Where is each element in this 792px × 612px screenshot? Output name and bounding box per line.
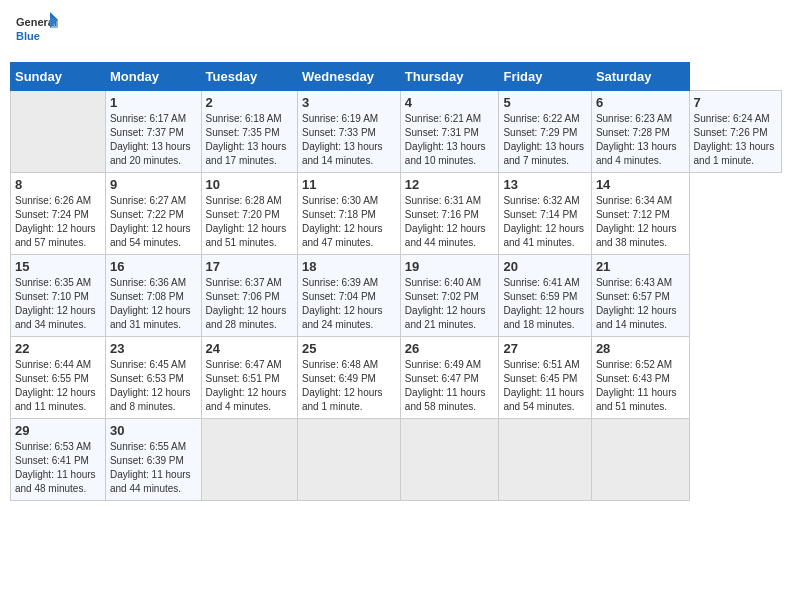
header-sunday: Sunday <box>11 63 106 91</box>
day-details: Sunrise: 6:18 AMSunset: 7:35 PMDaylight:… <box>206 112 293 168</box>
calendar-cell: 13Sunrise: 6:32 AMSunset: 7:14 PMDayligh… <box>499 173 591 255</box>
daylight-text: Daylight: 13 hours and 7 minutes. <box>503 141 584 166</box>
calendar-cell: 15Sunrise: 6:35 AMSunset: 7:10 PMDayligh… <box>11 255 106 337</box>
day-number: 8 <box>15 177 101 192</box>
daylight-text: Daylight: 11 hours and 48 minutes. <box>15 469 96 494</box>
calendar-cell: 1Sunrise: 6:17 AMSunset: 7:37 PMDaylight… <box>105 91 201 173</box>
day-details: Sunrise: 6:37 AMSunset: 7:06 PMDaylight:… <box>206 276 293 332</box>
sunset-text: Sunset: 7:20 PM <box>206 209 280 220</box>
sunrise-text: Sunrise: 6:18 AM <box>206 113 282 124</box>
daylight-text: Daylight: 12 hours and 38 minutes. <box>596 223 677 248</box>
day-number: 14 <box>596 177 685 192</box>
daylight-text: Daylight: 12 hours and 24 minutes. <box>302 305 383 330</box>
sunrise-text: Sunrise: 6:41 AM <box>503 277 579 288</box>
sunrise-text: Sunrise: 6:55 AM <box>110 441 186 452</box>
daylight-text: Daylight: 13 hours and 14 minutes. <box>302 141 383 166</box>
day-number: 1 <box>110 95 197 110</box>
sunrise-text: Sunrise: 6:30 AM <box>302 195 378 206</box>
sunset-text: Sunset: 7:26 PM <box>694 127 768 138</box>
logo: General Blue <box>14 10 58 54</box>
daylight-text: Daylight: 11 hours and 58 minutes. <box>405 387 486 412</box>
sunrise-text: Sunrise: 6:44 AM <box>15 359 91 370</box>
calendar-cell: 10Sunrise: 6:28 AMSunset: 7:20 PMDayligh… <box>201 173 297 255</box>
calendar-cell: 11Sunrise: 6:30 AMSunset: 7:18 PMDayligh… <box>298 173 401 255</box>
sunrise-text: Sunrise: 6:31 AM <box>405 195 481 206</box>
calendar-cell <box>11 91 106 173</box>
day-number: 20 <box>503 259 586 274</box>
daylight-text: Daylight: 12 hours and 47 minutes. <box>302 223 383 248</box>
calendar-cell <box>201 419 297 501</box>
sunset-text: Sunset: 7:37 PM <box>110 127 184 138</box>
sunset-text: Sunset: 6:53 PM <box>110 373 184 384</box>
day-details: Sunrise: 6:51 AMSunset: 6:45 PMDaylight:… <box>503 358 586 414</box>
calendar-cell: 14Sunrise: 6:34 AMSunset: 7:12 PMDayligh… <box>591 173 689 255</box>
sunset-text: Sunset: 6:59 PM <box>503 291 577 302</box>
day-number: 21 <box>596 259 685 274</box>
day-details: Sunrise: 6:48 AMSunset: 6:49 PMDaylight:… <box>302 358 396 414</box>
calendar-cell: 5Sunrise: 6:22 AMSunset: 7:29 PMDaylight… <box>499 91 591 173</box>
calendar-cell: 20Sunrise: 6:41 AMSunset: 6:59 PMDayligh… <box>499 255 591 337</box>
calendar-cell: 8Sunrise: 6:26 AMSunset: 7:24 PMDaylight… <box>11 173 106 255</box>
sunset-text: Sunset: 7:33 PM <box>302 127 376 138</box>
daylight-text: Daylight: 13 hours and 20 minutes. <box>110 141 191 166</box>
daylight-text: Daylight: 12 hours and 14 minutes. <box>596 305 677 330</box>
day-details: Sunrise: 6:44 AMSunset: 6:55 PMDaylight:… <box>15 358 101 414</box>
sunset-text: Sunset: 6:41 PM <box>15 455 89 466</box>
header-saturday: Saturday <box>591 63 689 91</box>
sunset-text: Sunset: 7:12 PM <box>596 209 670 220</box>
sunrise-text: Sunrise: 6:34 AM <box>596 195 672 206</box>
day-number: 12 <box>405 177 495 192</box>
sunrise-text: Sunrise: 6:28 AM <box>206 195 282 206</box>
sunset-text: Sunset: 7:18 PM <box>302 209 376 220</box>
sunrise-text: Sunrise: 6:52 AM <box>596 359 672 370</box>
sunrise-text: Sunrise: 6:19 AM <box>302 113 378 124</box>
calendar-cell: 26Sunrise: 6:49 AMSunset: 6:47 PMDayligh… <box>400 337 499 419</box>
day-number: 13 <box>503 177 586 192</box>
calendar-cell: 25Sunrise: 6:48 AMSunset: 6:49 PMDayligh… <box>298 337 401 419</box>
day-number: 28 <box>596 341 685 356</box>
sunrise-text: Sunrise: 6:21 AM <box>405 113 481 124</box>
calendar-cell: 12Sunrise: 6:31 AMSunset: 7:16 PMDayligh… <box>400 173 499 255</box>
day-number: 9 <box>110 177 197 192</box>
day-details: Sunrise: 6:43 AMSunset: 6:57 PMDaylight:… <box>596 276 685 332</box>
day-details: Sunrise: 6:26 AMSunset: 7:24 PMDaylight:… <box>15 194 101 250</box>
daylight-text: Daylight: 13 hours and 17 minutes. <box>206 141 287 166</box>
week-row-2: 8Sunrise: 6:26 AMSunset: 7:24 PMDaylight… <box>11 173 782 255</box>
day-number: 22 <box>15 341 101 356</box>
calendar-cell: 17Sunrise: 6:37 AMSunset: 7:06 PMDayligh… <box>201 255 297 337</box>
sunrise-text: Sunrise: 6:49 AM <box>405 359 481 370</box>
day-details: Sunrise: 6:17 AMSunset: 7:37 PMDaylight:… <box>110 112 197 168</box>
calendar-cell: 2Sunrise: 6:18 AMSunset: 7:35 PMDaylight… <box>201 91 297 173</box>
calendar-cell: 19Sunrise: 6:40 AMSunset: 7:02 PMDayligh… <box>400 255 499 337</box>
sunrise-text: Sunrise: 6:40 AM <box>405 277 481 288</box>
day-details: Sunrise: 6:49 AMSunset: 6:47 PMDaylight:… <box>405 358 495 414</box>
calendar-cell <box>400 419 499 501</box>
day-number: 2 <box>206 95 293 110</box>
day-details: Sunrise: 6:41 AMSunset: 6:59 PMDaylight:… <box>503 276 586 332</box>
sunset-text: Sunset: 7:08 PM <box>110 291 184 302</box>
day-details: Sunrise: 6:19 AMSunset: 7:33 PMDaylight:… <box>302 112 396 168</box>
sunrise-text: Sunrise: 6:24 AM <box>694 113 770 124</box>
sunset-text: Sunset: 7:28 PM <box>596 127 670 138</box>
calendar-cell: 21Sunrise: 6:43 AMSunset: 6:57 PMDayligh… <box>591 255 689 337</box>
sunrise-text: Sunrise: 6:22 AM <box>503 113 579 124</box>
day-details: Sunrise: 6:36 AMSunset: 7:08 PMDaylight:… <box>110 276 197 332</box>
calendar-cell: 3Sunrise: 6:19 AMSunset: 7:33 PMDaylight… <box>298 91 401 173</box>
sunrise-text: Sunrise: 6:36 AM <box>110 277 186 288</box>
day-number: 23 <box>110 341 197 356</box>
calendar-cell <box>298 419 401 501</box>
day-number: 6 <box>596 95 685 110</box>
daylight-text: Daylight: 12 hours and 51 minutes. <box>206 223 287 248</box>
calendar-cell: 9Sunrise: 6:27 AMSunset: 7:22 PMDaylight… <box>105 173 201 255</box>
days-header-row: SundayMondayTuesdayWednesdayThursdayFrid… <box>11 63 782 91</box>
sunset-text: Sunset: 7:35 PM <box>206 127 280 138</box>
day-number: 11 <box>302 177 396 192</box>
day-details: Sunrise: 6:39 AMSunset: 7:04 PMDaylight:… <box>302 276 396 332</box>
sunrise-text: Sunrise: 6:35 AM <box>15 277 91 288</box>
sunset-text: Sunset: 6:47 PM <box>405 373 479 384</box>
sunrise-text: Sunrise: 6:37 AM <box>206 277 282 288</box>
calendar-cell <box>591 419 689 501</box>
sunset-text: Sunset: 7:16 PM <box>405 209 479 220</box>
calendar-cell: 23Sunrise: 6:45 AMSunset: 6:53 PMDayligh… <box>105 337 201 419</box>
week-row-1: 1Sunrise: 6:17 AMSunset: 7:37 PMDaylight… <box>11 91 782 173</box>
